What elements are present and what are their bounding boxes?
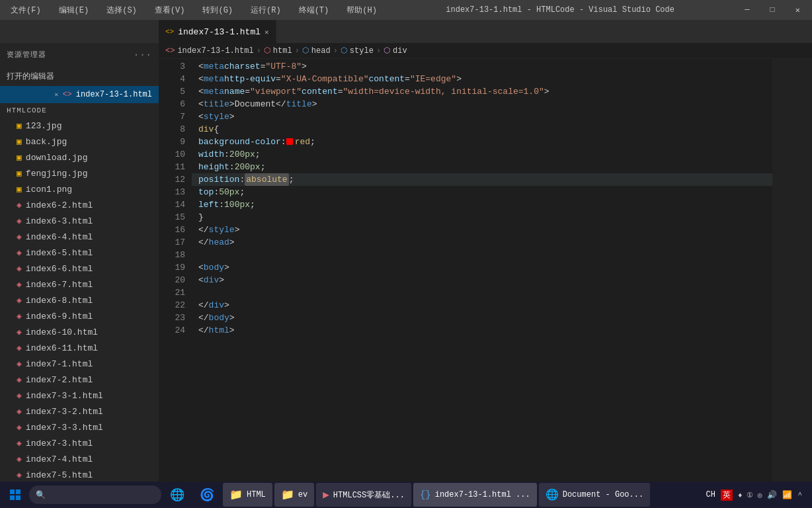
taskbar-vscode-file[interactable]: {} index7-13-1.html ... <box>413 483 537 507</box>
img-file-icon: ▣ <box>17 184 22 194</box>
code-line[interactable]: <style> <box>192 110 772 123</box>
file-item[interactable]: ◈index7-3-2.html <box>0 403 159 419</box>
code-line[interactable]: <meta charset="UTF-8"> <box>192 60 772 73</box>
code-line[interactable]: } <box>192 211 772 224</box>
taskbar-edge[interactable]: 🌀 <box>193 483 221 507</box>
taskbar-explorer[interactable]: 📁 HTML <box>223 483 272 507</box>
menu-help[interactable]: 帮助(H) <box>343 3 381 17</box>
html-file-icon: ◈ <box>17 374 22 385</box>
file-item[interactable]: ◈index7-2.html <box>0 372 159 388</box>
code-editor[interactable]: 3456789101112131415161718192021222324 <m… <box>159 59 812 493</box>
breadcrumb-sep-4: › <box>376 46 381 56</box>
minimize-button[interactable]: ─ <box>739 4 754 17</box>
file-item[interactable]: ▣download.jpg <box>0 149 159 165</box>
breadcrumb-style[interactable]: style <box>350 46 374 56</box>
tray-volume[interactable]: 🔊 <box>767 490 777 500</box>
menu-run[interactable]: 运行(R) <box>247 3 285 17</box>
file-item[interactable]: ▣icon1.png <box>0 181 159 197</box>
code-line[interactable]: width: 200px; <box>192 148 772 161</box>
breadcrumb-icon-file: <> <box>165 46 175 56</box>
code-line[interactable] <box>192 249 772 261</box>
breadcrumb-div[interactable]: div <box>393 46 407 56</box>
line-number: 20 <box>159 274 185 286</box>
file-item[interactable]: ◈index7-3.html <box>0 435 159 451</box>
tray-ch[interactable]: CH <box>706 490 715 499</box>
file-item[interactable]: ◈index6-8.html <box>0 292 159 308</box>
code-line[interactable]: height: 200px; <box>192 161 772 173</box>
code-line[interactable]: </html> <box>192 324 772 337</box>
html-file-icon: ◈ <box>17 200 22 210</box>
code-line[interactable]: <meta http-equiv="X-UA-Compatible" conte… <box>192 73 772 85</box>
file-item[interactable]: ▣123.jpg <box>0 118 159 134</box>
file-item[interactable]: ◈index6-5.html <box>0 245 159 261</box>
code-line[interactable]: position: absolute; <box>192 173 772 186</box>
code-line[interactable]: <div> <box>192 274 772 286</box>
file-item[interactable]: ◈index7-3-1.html <box>0 388 159 403</box>
file-item[interactable]: ◈index7-3-3.html <box>0 419 159 435</box>
code-line[interactable]: left: 100px; <box>192 198 772 211</box>
code-line[interactable]: <body> <box>192 261 772 274</box>
menu-edit[interactable]: 编辑(E) <box>55 3 93 17</box>
menu-goto[interactable]: 转到(G) <box>198 3 237 17</box>
tray-expand[interactable]: ^ <box>797 491 802 499</box>
taskbar-search[interactable]: 🔍 <box>29 486 161 504</box>
code-line[interactable]: </body> <box>192 312 772 324</box>
close-button[interactable]: ✕ <box>790 4 805 17</box>
taskbar-htmlcss[interactable]: ▶ HTMLCSS零基础... <box>316 483 411 507</box>
html-file-icon: ◈ <box>17 311 22 321</box>
menu-view[interactable]: 查看(V) <box>151 3 189 17</box>
line-number: 18 <box>159 249 185 261</box>
code-line[interactable]: </div> <box>192 299 772 312</box>
img-file-icon: ▣ <box>17 168 22 179</box>
close-x-icon[interactable]: ✕ <box>54 91 58 99</box>
sidebar-title: 资源管理器 <box>7 50 46 60</box>
code-line[interactable]: </head> <box>192 236 772 249</box>
folder-label: HTMLCODE <box>7 106 47 114</box>
code-line[interactable]: background-color: red; <box>192 136 772 148</box>
breadcrumb-head[interactable]: head <box>311 46 331 56</box>
code-line[interactable]: div{ <box>192 123 772 136</box>
start-button[interactable] <box>3 483 27 507</box>
code-line[interactable]: <meta name="viewport" content="width=dev… <box>192 85 772 98</box>
taskbar-chrome[interactable]: 🌐 Document - Goo... <box>539 483 650 507</box>
tab-close-icon[interactable]: ✕ <box>264 28 269 36</box>
open-editor-item[interactable]: ✕ <> index7-13-1.html <box>0 86 159 103</box>
open-editors-section[interactable]: 打开的编辑器 <box>0 66 159 86</box>
code-line[interactable] <box>192 286 772 299</box>
file-item[interactable]: ◈index6-4.html <box>0 229 159 245</box>
file-item[interactable]: ◈index7-1.html <box>0 356 159 372</box>
editor-tab[interactable]: <> index7-13-1.html ✕ <box>159 20 276 43</box>
code-line[interactable]: <title>Document</title> <box>192 98 772 110</box>
file-item[interactable]: ◈index6-11.html <box>0 340 159 356</box>
menu-file[interactable]: 文件(F) <box>7 3 45 17</box>
file-item[interactable]: ◈index6-10.html <box>0 324 159 340</box>
menu-select[interactable]: 选择(S) <box>102 3 141 17</box>
file-item[interactable]: ◈index6-6.html <box>0 261 159 276</box>
file-item[interactable]: ◈index6-2.html <box>0 197 159 213</box>
file-item[interactable]: ▣back.jpg <box>0 134 159 149</box>
tray-ime[interactable]: 英 <box>721 489 733 501</box>
file-item[interactable]: ◈index7-4.html <box>0 451 159 467</box>
taskbar-ev-folder[interactable]: 📁 ev <box>274 483 314 507</box>
file-name: index6-8.html <box>26 296 93 306</box>
breadcrumb-file[interactable]: index7-13-1.html <box>177 46 253 56</box>
code-line[interactable]: top: 50px; <box>192 186 772 198</box>
file-item[interactable]: ▣fengjing.jpg <box>0 165 159 181</box>
menu-terminal[interactable]: 终端(T) <box>295 3 333 17</box>
file-item[interactable]: ◈index6-3.html <box>0 213 159 229</box>
system-tray: CH 英 ♦ ① ◎ 🔊 📶 ^ <box>706 489 809 501</box>
breadcrumb-html[interactable]: html <box>273 46 292 56</box>
tray-network[interactable]: 📶 <box>782 490 792 500</box>
sidebar-more-icon[interactable]: ··· <box>134 50 152 60</box>
html-file-icon: ◈ <box>17 327 22 337</box>
file-item[interactable]: ◈index6-7.html <box>0 276 159 292</box>
folder-section[interactable]: HTMLCODE <box>0 103 159 118</box>
code-line[interactable]: </style> <box>192 224 772 236</box>
file-item[interactable]: ◈index6-9.html <box>0 308 159 324</box>
maximize-button[interactable]: □ <box>765 4 780 17</box>
line-number: 9 <box>159 136 185 148</box>
file-name: index6-11.html <box>26 343 98 353</box>
file-item[interactable]: ◈index7-5.html <box>0 467 159 483</box>
code-content[interactable]: <meta charset="UTF-8"> <meta http-equiv=… <box>192 59 772 493</box>
taskbar-ie[interactable]: 🌐 <box>163 483 191 507</box>
